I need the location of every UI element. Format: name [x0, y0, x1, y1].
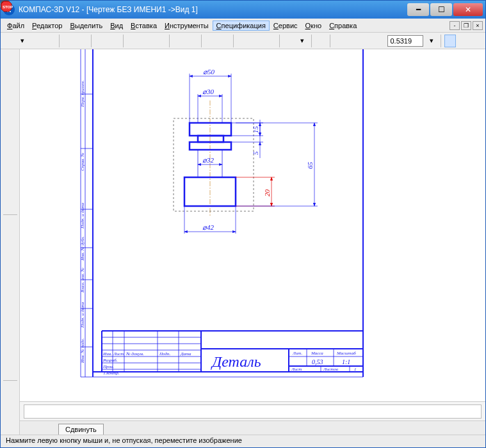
line-tool[interactable] — [3, 232, 17, 245]
mdi-minimize-button[interactable]: - — [450, 21, 460, 30]
drawing-canvas[interactable]: Инв. № подл. Подп. и дата Взам. инв. № И… — [20, 49, 485, 401]
settings-button[interactable] — [250, 35, 262, 47]
svg-text:Масса: Масса — [311, 351, 323, 356]
model-button[interactable] — [95, 35, 106, 47]
dropdown-1[interactable]: ▾ — [296, 35, 308, 47]
spec-button[interactable] — [3, 170, 17, 182]
tab-move[interactable]: Сдвинуть — [58, 424, 104, 435]
insert-button[interactable] — [3, 199, 17, 212]
menu-view[interactable]: Вид — [106, 20, 127, 31]
help-context-button[interactable]: ? — [282, 35, 294, 47]
copy-button[interactable] — [140, 35, 152, 47]
zoom-dropdown[interactable]: ▾ — [425, 35, 437, 47]
undo-button[interactable] — [205, 35, 216, 47]
geom-point-button[interactable] — [3, 52, 17, 65]
message-box[interactable] — [24, 404, 482, 419]
menu-editor[interactable]: Редактор — [28, 20, 66, 31]
chamfer-tool[interactable] — [3, 321, 17, 333]
svg-text:⌀32: ⌀32 — [202, 156, 215, 164]
new-button[interactable] — [3, 35, 15, 47]
statusbar: Нажмите левую кнопку мыши и, не отпуская… — [1, 435, 485, 447]
zoom-prev-button[interactable] — [347, 35, 359, 47]
svg-text:Лист: Лист — [291, 367, 302, 372]
svg-text:65: 65 — [306, 162, 314, 170]
rect-tool[interactable] — [3, 335, 17, 348]
menu-spec[interactable]: Спецификация — [213, 20, 270, 31]
zoom-fit-button[interactable] — [374, 35, 385, 47]
drag-handle[interactable] — [3, 398, 17, 411]
select-button[interactable] — [3, 155, 17, 168]
stop-small-button[interactable] — [3, 383, 17, 396]
redo-button[interactable] — [218, 35, 230, 47]
paste-button[interactable] — [154, 35, 165, 47]
svg-text:1:1: 1:1 — [342, 358, 350, 365]
calc-button[interactable] — [237, 35, 248, 47]
spline-tool[interactable] — [3, 247, 17, 260]
svg-text:Деталь: Деталь — [211, 353, 261, 370]
point-tool[interactable] — [3, 218, 17, 230]
minimize-button[interactable]: ━ — [407, 3, 429, 16]
svg-text:Взам. инв. №: Взам. инв. № — [80, 268, 85, 292]
save-button[interactable] — [44, 35, 56, 47]
svg-text:Подп.: Подп. — [159, 351, 171, 356]
open-button[interactable] — [30, 35, 42, 47]
menu-window[interactable]: Окно — [302, 20, 326, 31]
dimension-button[interactable] — [3, 67, 17, 79]
drawing-svg: Инв. № подл. Подп. и дата Взам. инв. № И… — [20, 49, 481, 382]
menu-service[interactable]: Сервис — [270, 20, 302, 31]
menubar: Файл Редактор Выделить Вид Вставка Инстр… — [1, 19, 485, 33]
svg-text:Справ. №: Справ. № — [80, 152, 85, 171]
svg-text:Лист: Лист — [113, 351, 124, 356]
zoom-window-button[interactable] — [334, 35, 345, 47]
mdi-restore-button[interactable]: ❐ — [461, 21, 471, 30]
cut-button[interactable] — [127, 35, 138, 47]
brush-button[interactable] — [186, 35, 198, 47]
svg-text:Инв. № подл.: Инв. № подл. — [80, 338, 85, 364]
svg-rect-83 — [198, 136, 223, 142]
zoom-in-button[interactable] — [315, 35, 327, 47]
hatch2-tool[interactable] — [3, 365, 17, 378]
menu-help[interactable]: Справка — [325, 20, 360, 31]
menu-insert[interactable]: Вставка — [127, 20, 161, 31]
maximize-button[interactable]: ☐ — [430, 3, 452, 16]
titlebar[interactable]: К КОМПАС-3D V12 - [Чертеж БЕЗ ИМЕНИ1 ->В… — [1, 1, 485, 19]
svg-text:Масштаб: Масштаб — [336, 351, 356, 356]
layers-button[interactable] — [108, 35, 120, 47]
measure-button[interactable] — [3, 140, 17, 153]
svg-text:⌀30: ⌀30 — [202, 88, 215, 95]
pan-button[interactable] — [444, 35, 456, 47]
edit-button[interactable] — [3, 111, 17, 124]
svg-text:Лит.: Лит. — [292, 351, 302, 356]
svg-text:1: 1 — [354, 367, 357, 372]
properties-button[interactable] — [173, 35, 184, 47]
vars-button[interactable]: f(x) — [264, 35, 275, 47]
left-toolbar: T — [1, 49, 20, 435]
offset-tool[interactable] — [3, 350, 17, 363]
mdi-close-button[interactable]: × — [473, 21, 483, 30]
print-button[interactable] — [63, 35, 74, 47]
svg-text:20: 20 — [263, 189, 271, 197]
svg-text:0,53: 0,53 — [312, 358, 323, 365]
circle-tool[interactable] — [3, 262, 17, 275]
arc-tool[interactable] — [3, 276, 17, 289]
ellipse-tool[interactable] — [3, 291, 17, 304]
report-button[interactable] — [3, 184, 17, 197]
svg-rect-84 — [190, 142, 231, 150]
svg-text:Подп. и дата: Подп. и дата — [80, 302, 85, 328]
refresh-button[interactable] — [471, 35, 483, 47]
menu-tools[interactable]: Инструменты — [161, 20, 213, 31]
menu-file[interactable]: Файл — [3, 20, 28, 31]
menu-select[interactable]: Выделить — [66, 20, 106, 31]
zoom-next-button[interactable] — [360, 35, 372, 47]
preview-button[interactable] — [76, 35, 88, 47]
new-dropdown[interactable]: ▾ — [17, 35, 28, 47]
hatch-button[interactable] — [3, 96, 17, 109]
svg-text:⌀42: ⌀42 — [202, 223, 215, 231]
zoom-input[interactable] — [387, 35, 423, 47]
param-button[interactable] — [3, 125, 17, 138]
rotate-button[interactable] — [458, 35, 469, 47]
text-button[interactable]: T — [3, 81, 17, 94]
stop-icon[interactable]: STOP — [0, 0, 13, 13]
bezier-tool[interactable] — [3, 306, 17, 319]
close-button[interactable]: ✕ — [453, 3, 483, 16]
